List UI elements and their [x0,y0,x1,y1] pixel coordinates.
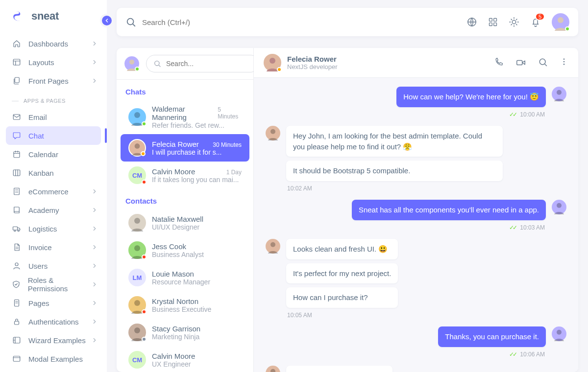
nav-item-label: Invoice [28,243,52,252]
nav-item-ecommerce[interactable]: eCommerce [0,182,107,201]
lock-icon [12,317,21,326]
nav-item-roles-permissions[interactable]: Roles & Permissions [0,275,107,294]
chevron-right-icon [91,337,98,344]
nav-item-academy[interactable]: Academy [0,201,107,219]
contact-list-item[interactable]: Jess CookBusiness Analyst [121,236,249,264]
message-bubble: It's perfect for my next project. [286,263,398,284]
svg-point-7 [14,230,16,232]
read-checks-icon: ✓✓ [509,111,516,118]
theme-toggle-button[interactable] [509,17,519,27]
contact-list-item[interactable]: Krystal NortonBusiness Executive [121,291,249,319]
home-icon [12,39,21,48]
contact-name: Krystal Norton [152,297,198,305]
contacts-group-label: Contacts [117,189,253,209]
nav-item-dashboards[interactable]: Dashboards [0,34,107,53]
apps-grid-button[interactable] [488,17,498,27]
sidebar-collapse-button[interactable] [100,14,114,27]
message-bubble: It should be Bootstrap 5 compatible. [286,161,503,181]
nav-item-label: Logistics [28,225,57,233]
nav-item-logistics[interactable]: Logistics [0,219,107,238]
message-avatar [552,200,566,214]
my-avatar[interactable] [124,56,139,71]
brand[interactable]: sneat [0,9,107,34]
video-icon [515,57,526,68]
message-meta: 10:02 AM [287,185,566,192]
language-button[interactable] [466,17,477,27]
video-call-button[interactable] [515,57,526,68]
svg-point-29 [134,327,140,333]
svg-point-34 [564,61,565,63]
read-checks-icon: ✓✓ [509,351,516,358]
chat-list-item[interactable]: CMCalvin Moore1 DayIf it takes long you … [121,162,249,189]
contact-list-item[interactable]: LMLouie MasonResource Manager [121,264,249,291]
contact-role: Marketing Ninja [152,333,242,341]
message-bubble: How can we help? We're here for you! 😇 [396,87,546,107]
avatar [128,324,146,341]
message-time: 10:02 AM [287,185,312,192]
nav-item-layouts[interactable]: Layouts [0,53,107,71]
message-bubble: Hey John, I am looking for the best admi… [286,126,503,157]
nav-item-email[interactable]: Email [0,108,107,126]
svg-rect-1 [15,77,19,83]
avatar-icon [128,214,146,232]
chat-search[interactable] [146,55,259,72]
contact-list-item[interactable]: CMCalvin MooreUX Engineer [121,346,249,372]
voice-call-button[interactable] [494,57,504,68]
chat-list-item[interactable]: Waldemar Mannering5 MinutesRefer friends… [121,100,249,134]
avatar: CM [128,166,146,184]
chat-preview: Refer friends. Get rew... [152,121,242,129]
nav-item-chat[interactable]: Chat [6,126,101,145]
global-search-input[interactable] [142,18,466,26]
svg-point-36 [557,90,562,95]
message-bubble: I will purchase it for sure. 👍 [286,366,392,372]
nav-item-invoice[interactable]: Invoice [0,238,107,256]
message-avatar [552,87,566,101]
avatar [128,241,146,259]
nav-item-pages[interactable]: Pages [0,294,107,312]
chat-time: 5 Minutes [218,106,242,120]
avatar: LM [128,269,146,286]
nav-item-label: Front Pages [28,77,69,85]
avatar [128,108,146,126]
nav-item-wizard-examples[interactable]: Wizard Examples [0,331,107,349]
nav-item-authentications[interactable]: Authentications [0,312,107,331]
chat-time: 30 Minutes [213,141,242,148]
nav-item-kanban[interactable]: Kanban [0,163,107,182]
nav-item-modal-examples[interactable]: Modal Examples [0,349,107,368]
book-icon [12,206,21,214]
chevron-right-icon [91,318,98,325]
chat-list-item[interactable]: Felecia Rower30 MinutesI will purchase i… [121,134,249,162]
message-row: Thanks, you can purchase it. [266,326,566,347]
svg-point-25 [135,143,140,149]
nav-item-users[interactable]: Users [0,256,107,275]
svg-point-20 [512,20,515,23]
notifications-button[interactable]: 5 [530,17,541,27]
svg-rect-18 [490,23,492,26]
chat-icon [12,131,21,140]
chat-search-input[interactable] [166,60,252,68]
svg-rect-6 [13,227,18,230]
svg-rect-5 [14,188,20,195]
file-icon [12,243,21,252]
contact-list-item[interactable]: Stacy GarrisonMarketing Ninja [121,319,249,346]
shield-icon [12,280,21,289]
message-time: 10:00 AM [520,111,545,118]
nav-item-label: Wizard Examples [28,336,86,345]
chat-name: Waldemar Mannering [152,105,218,121]
conversation-search-button[interactable] [538,57,548,68]
message-avatar [552,326,566,341]
copy-icon [12,76,21,85]
globe-icon [466,17,477,27]
message-time: 10:06 AM [520,351,545,358]
nav-item-front-pages[interactable]: Front Pages [0,71,107,90]
contact-list-item[interactable]: Natalie MaxwellUI/UX Designer [121,209,249,236]
conversation-more-button[interactable] [560,57,568,68]
nav-item-label: eCommerce [28,187,69,196]
nav-item-label: Modal Examples [28,355,83,363]
nav-item-calendar[interactable]: Calendar [0,145,107,163]
user-avatar[interactable] [552,13,569,31]
svg-point-22 [129,60,134,65]
conversation-avatar[interactable] [264,54,281,71]
avatar: CM [128,351,146,369]
nav-item-label: Layouts [28,58,54,67]
